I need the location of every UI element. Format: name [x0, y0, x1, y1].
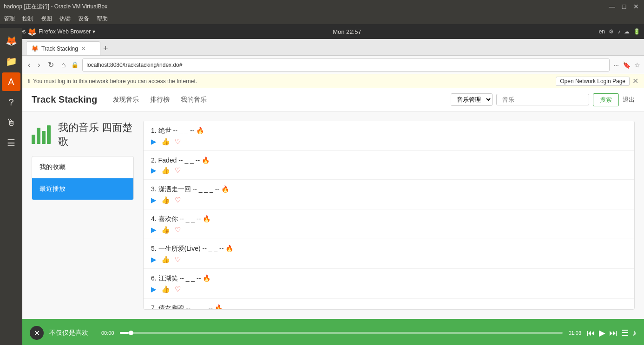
- player-progress-bar[interactable]: [120, 332, 563, 334]
- thumbup-button-1[interactable]: 👍: [161, 138, 170, 145]
- os-titlebar-left: hadoop [正在运行] - Oracle VM VirtualBox: [4, 3, 107, 11]
- taskbar-datetime: Mon 22:57: [333, 28, 361, 35]
- heart-button-2[interactable]: ♡: [175, 167, 181, 174]
- thumbup-button-2[interactable]: 👍: [161, 167, 170, 174]
- song-actions-3: ▶ 👍 ♡: [151, 196, 627, 203]
- heart-button-5[interactable]: ♡: [175, 256, 181, 263]
- music-bar-1: [32, 135, 35, 144]
- home-button[interactable]: ⌂: [59, 60, 68, 70]
- reload-button[interactable]: ↻: [46, 59, 56, 70]
- page-content-area: Track Stacking 发现音乐 排行榜 我的音乐 音乐管理 搜索 退出: [22, 88, 644, 345]
- play-button-3[interactable]: ▶: [151, 196, 157, 203]
- network-icon: ☁: [624, 28, 630, 35]
- thumbup-button-5[interactable]: 👍: [161, 256, 170, 263]
- player-time-end: 01:03: [568, 330, 581, 336]
- play-button-1[interactable]: ▶: [151, 138, 157, 145]
- info-icon: ℹ: [28, 78, 30, 85]
- search-input[interactable]: [496, 94, 589, 105]
- taskbar-top: Activities 🦊 Firefox Web Browser ▾ Mon 2…: [0, 24, 644, 39]
- sidebar-menu: 我的收藏 最近播放: [32, 156, 134, 200]
- player-close-button[interactable]: ✕: [30, 326, 44, 340]
- sidebar-icon-firefox[interactable]: 🦊: [2, 32, 20, 50]
- heart-button-3[interactable]: ♡: [175, 196, 181, 203]
- menu-item-manage[interactable]: 管理: [4, 15, 15, 23]
- logout-button[interactable]: 退出: [623, 96, 635, 104]
- progress-bar-fill: [120, 332, 129, 334]
- player-list-button[interactable]: ☰: [621, 328, 629, 338]
- sidebar-icon-menu[interactable]: ☰: [2, 134, 20, 152]
- music-bar-4: [47, 125, 51, 144]
- sidebar-icon-mouse[interactable]: 🖱: [2, 113, 20, 132]
- tab-add-button[interactable]: +: [103, 44, 108, 55]
- fire-icon: 🔥: [203, 215, 210, 222]
- left-panel: 我的音乐 四面楚歌 我的收藏 最近播放: [32, 121, 134, 310]
- taskbar-right: en ⚙ ♪ ☁ 🔋: [599, 28, 640, 35]
- address-bar: ‹ › ↻ ⌂ 🔒 ··· 🔖 ☆: [22, 56, 644, 74]
- play-button-5[interactable]: ▶: [151, 256, 157, 263]
- menu-item-hotkey[interactable]: 热键: [59, 15, 71, 23]
- notification-bar: ℹ You must log in to this network before…: [22, 74, 644, 88]
- table-row: 6. 江湖笑 -- _ _ -- 🔥 ▶ 👍 ♡: [144, 269, 634, 299]
- notification-close-button[interactable]: ✕: [632, 77, 638, 85]
- nav-link-chart[interactable]: 排行榜: [150, 96, 170, 104]
- song-list-panel: 1. 绝世 -- _ _ -- 🔥 ▶ 👍 ♡ 2. Faded -- _ _ …: [143, 121, 635, 310]
- menu-item-device[interactable]: 设备: [78, 15, 89, 23]
- menu-item-control[interactable]: 控制: [22, 15, 33, 23]
- player-prev-button[interactable]: ⏮: [587, 328, 595, 338]
- song-title-4: 4. 喜欢你 -- _ _ -- 🔥: [151, 215, 627, 223]
- player-next-button[interactable]: ⏭: [609, 328, 618, 338]
- sidebar-item-favorites[interactable]: 我的收藏: [32, 156, 133, 178]
- star-icon[interactable]: ☆: [634, 61, 640, 69]
- sidebar-item-recent[interactable]: 最近播放: [32, 178, 133, 200]
- close-button[interactable]: ✕: [632, 2, 640, 11]
- sidebar-icon-files[interactable]: 📁: [2, 52, 20, 71]
- song-actions-4: ▶ 👍 ♡: [151, 226, 627, 233]
- browser-tab-trackstacking[interactable]: 🦊 Track Stacking ✕: [26, 41, 100, 55]
- firefox-label: 🦊 Firefox Web Browser ▾: [27, 27, 95, 36]
- music-management-select[interactable]: 音乐管理: [451, 93, 493, 106]
- search-button[interactable]: 搜索: [593, 93, 619, 106]
- browser-area: 🦊 Track Stacking ✕ + ‹ › ↻ ⌂ 🔒 ··· 🔖 ☆ ℹ…: [22, 39, 644, 345]
- fire-icon: 🔥: [202, 156, 210, 164]
- menu-item-view[interactable]: 视图: [41, 15, 52, 23]
- url-input[interactable]: [82, 59, 610, 72]
- play-button-6[interactable]: ▶: [151, 286, 157, 293]
- chevron-down-icon: ▾: [92, 28, 95, 35]
- heart-button-1[interactable]: ♡: [175, 138, 181, 145]
- forward-button[interactable]: ›: [36, 60, 42, 70]
- tab-bar: 🦊 Track Stacking ✕ +: [22, 39, 644, 56]
- progress-bar-background: [120, 332, 563, 334]
- nav-link-discover[interactable]: 发现音乐: [113, 96, 139, 104]
- app-navbar-right: 音乐管理 搜索 退出: [451, 93, 635, 106]
- speaker-icon: ♪: [618, 28, 620, 35]
- os-titlebar: hadoop [正在运行] - Oracle VM VirtualBox — □…: [0, 0, 644, 13]
- play-button-2[interactable]: ▶: [151, 167, 157, 174]
- firefox-icon: 🦊: [27, 27, 37, 36]
- more-menu-button[interactable]: ···: [613, 61, 619, 69]
- open-network-login-button[interactable]: Open Network Login Page: [556, 77, 630, 86]
- main-content: 我的音乐 四面楚歌 我的收藏 最近播放 1. 绝世 --: [22, 111, 644, 319]
- thumbup-button-3[interactable]: 👍: [161, 196, 170, 203]
- back-button[interactable]: ‹: [26, 60, 32, 70]
- player-volume-button[interactable]: ♪: [632, 328, 637, 338]
- thumbup-button-4[interactable]: 👍: [161, 226, 170, 233]
- nav-link-my-music[interactable]: 我的音乐: [181, 96, 207, 104]
- bottom-player: ✕ 不仅仅是喜欢 00:00 01:03 ⏮ ▶ ⏭ ☰ ♪: [22, 319, 644, 345]
- sidebar-icon-help[interactable]: ?: [2, 93, 20, 111]
- song-actions-2: ▶ 👍 ♡: [151, 167, 627, 174]
- sidebar-icon-software[interactable]: A: [2, 72, 20, 91]
- fire-icon: 🔥: [225, 245, 233, 252]
- bookmarks-icon[interactable]: 🔖: [623, 61, 631, 69]
- song-title-2: 2. Faded -- _ _ -- 🔥: [151, 156, 627, 164]
- menu-item-help[interactable]: 帮助: [97, 15, 108, 23]
- table-row: 1. 绝世 -- _ _ -- 🔥 ▶ 👍 ♡: [144, 121, 634, 151]
- heart-button-6[interactable]: ♡: [175, 286, 181, 293]
- maximize-button[interactable]: □: [620, 2, 628, 11]
- heart-button-4[interactable]: ♡: [175, 226, 181, 233]
- thumbup-button-6[interactable]: 👍: [161, 286, 170, 293]
- minimize-button[interactable]: —: [608, 2, 616, 11]
- player-play-pause-button[interactable]: ▶: [599, 328, 605, 338]
- os-left-sidebar: 🦊 📁 A ? 🖱 ☰: [0, 28, 22, 152]
- play-button-4[interactable]: ▶: [151, 226, 157, 233]
- tab-close-button[interactable]: ✕: [81, 45, 86, 52]
